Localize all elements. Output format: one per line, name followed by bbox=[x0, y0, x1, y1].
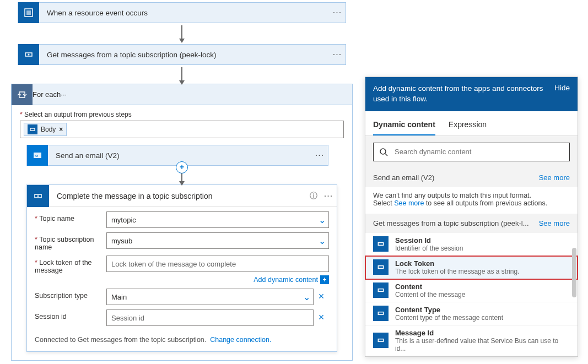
chip-remove[interactable]: × bbox=[59, 126, 63, 133]
service-bus-icon bbox=[18, 44, 39, 65]
trigger-step[interactable]: When a resource event occurs ··· bbox=[18, 2, 346, 23]
field-type: Subscription type Main ⌄ × bbox=[27, 284, 337, 305]
service-bus-icon bbox=[27, 185, 49, 207]
clear-type[interactable]: × bbox=[314, 289, 329, 302]
search-input[interactable] bbox=[393, 147, 564, 156]
item-content[interactable]: ContentContent of the message bbox=[365, 279, 578, 302]
getmsg-step[interactable]: Get messages from a topic subscription (… bbox=[18, 44, 346, 65]
svg-rect-13 bbox=[378, 289, 383, 292]
plus-icon: + bbox=[320, 275, 329, 284]
arrow bbox=[0, 65, 364, 84]
complete-more[interactable]: ··· bbox=[320, 191, 337, 201]
session-input[interactable]: Session id bbox=[106, 309, 314, 326]
item-session-id[interactable]: Session IdIdentifier of the session bbox=[365, 233, 578, 256]
item-message-id[interactable]: Message IdThis is a user-defined value t… bbox=[365, 325, 578, 356]
tab-dynamic-content[interactable]: Dynamic content bbox=[373, 115, 435, 135]
service-bus-icon bbox=[373, 259, 389, 275]
sendmail-more[interactable]: ··· bbox=[311, 150, 328, 160]
type-select[interactable]: Main ⌄ bbox=[106, 289, 314, 305]
svg-rect-11 bbox=[378, 243, 383, 246]
trigger-title: When a resource event occurs bbox=[39, 9, 329, 17]
field-topic: * Topic name mytopic ⌄ bbox=[27, 207, 337, 228]
connection-row: Connected to Get messages from the topic… bbox=[27, 326, 337, 351]
svg-point-9 bbox=[380, 149, 386, 154]
service-bus-icon bbox=[373, 282, 389, 298]
trigger-more[interactable]: ··· bbox=[329, 8, 346, 18]
topic-select[interactable]: mytopic ⌄ bbox=[106, 211, 329, 228]
see-more-inline[interactable]: See more bbox=[394, 199, 424, 207]
svg-line-10 bbox=[385, 154, 387, 156]
hide-button[interactable]: Hide bbox=[554, 84, 570, 105]
add-dynamic-link-row: Add dynamic content+ bbox=[27, 274, 337, 284]
field-lock: * Lock token of the message Lock token o… bbox=[27, 251, 337, 274]
arrow-plus[interactable] bbox=[20, 166, 344, 184]
tabs: Dynamic content Expression bbox=[365, 111, 578, 136]
see-more-1[interactable]: See more bbox=[539, 173, 570, 182]
search-row bbox=[365, 136, 578, 168]
foreach-container: For each ··· * Select an output from pre… bbox=[11, 84, 353, 361]
add-dynamic-link[interactable]: Add dynamic content bbox=[253, 276, 318, 284]
outlook-icon: o bbox=[27, 145, 48, 166]
svg-rect-4 bbox=[30, 128, 35, 131]
search-icon bbox=[379, 148, 388, 156]
service-bus-icon bbox=[28, 124, 37, 134]
search-box[interactable] bbox=[373, 143, 570, 161]
foreach-label: * Select an output from previous steps bbox=[20, 111, 344, 118]
service-bus-icon bbox=[373, 236, 389, 252]
empty-msg: We can't find any outputs to match this … bbox=[365, 187, 578, 214]
getmsg-more[interactable]: ··· bbox=[329, 50, 346, 59]
svg-rect-14 bbox=[378, 312, 383, 315]
getmsg-title: Get messages from a topic subscription (… bbox=[39, 51, 329, 59]
sendmail-title: Send an email (V2) bbox=[48, 151, 311, 160]
foreach-input[interactable]: Body × bbox=[20, 121, 344, 138]
svg-text:o: o bbox=[35, 153, 38, 158]
complete-header[interactable]: Complete the message in a topic subscrip… bbox=[27, 185, 337, 207]
event-grid-icon bbox=[18, 2, 39, 23]
scrollbar[interactable] bbox=[572, 248, 576, 297]
svg-rect-15 bbox=[378, 339, 383, 342]
dynamic-content-panel: Add dynamic content from the apps and co… bbox=[365, 77, 578, 357]
item-lock-token[interactable]: Lock TokenThe lock token of the message … bbox=[365, 256, 578, 279]
service-bus-icon bbox=[373, 333, 389, 348]
section-getmsg: Get messages from a topic subscription (… bbox=[365, 214, 578, 233]
change-connection-link[interactable]: Change connection. bbox=[210, 336, 271, 344]
panel-header: Add dynamic content from the apps and co… bbox=[365, 77, 578, 111]
tab-expression[interactable]: Expression bbox=[449, 115, 487, 135]
item-content-type[interactable]: Content TypeContent type of the message … bbox=[365, 302, 578, 325]
info-icon[interactable]: ⓘ bbox=[307, 191, 320, 201]
foreach-header[interactable]: For each ··· bbox=[12, 84, 352, 105]
field-session: Session id Session id × bbox=[27, 305, 337, 326]
clear-session[interactable]: × bbox=[314, 309, 329, 323]
lock-input[interactable]: Lock token of the message to complete bbox=[106, 256, 329, 272]
body-chip[interactable]: Body × bbox=[24, 123, 67, 136]
foreach-more[interactable]: ··· bbox=[61, 90, 67, 99]
svg-point-8 bbox=[37, 195, 39, 197]
svg-rect-1 bbox=[26, 10, 31, 15]
arrow bbox=[0, 23, 364, 42]
service-bus-icon bbox=[373, 306, 389, 321]
foreach-title: For each bbox=[33, 90, 61, 99]
section-sendmail: Send an email (V2) See more bbox=[365, 168, 578, 187]
complete-title: Complete the message in a topic subscrip… bbox=[49, 192, 307, 200]
item-list: Session IdIdentifier of the session Lock… bbox=[365, 233, 578, 356]
svg-rect-12 bbox=[378, 266, 383, 269]
field-sub: * Topic subscription name mysub ⌄ bbox=[27, 228, 337, 251]
sub-select[interactable]: mysub ⌄ bbox=[106, 232, 329, 249]
see-more-2[interactable]: See more bbox=[539, 219, 570, 227]
svg-point-3 bbox=[28, 54, 30, 56]
complete-action: Complete the message in a topic subscrip… bbox=[26, 184, 337, 352]
loop-icon bbox=[12, 84, 33, 105]
